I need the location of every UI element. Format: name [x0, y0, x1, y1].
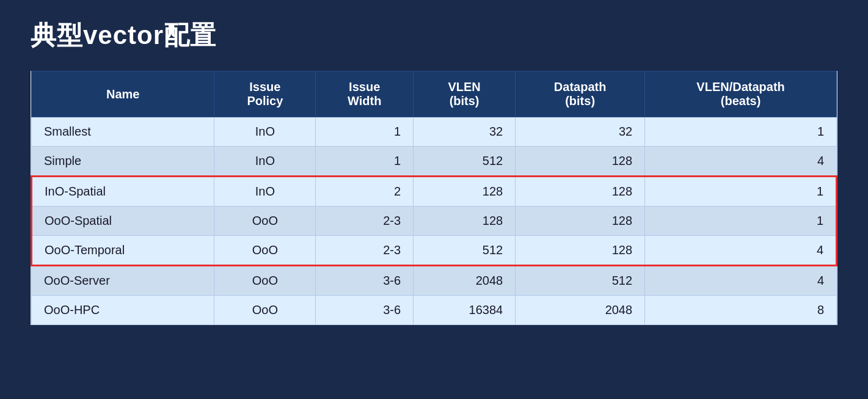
cell-datapath: 128 [516, 147, 645, 177]
cell-name: Simple [32, 147, 214, 177]
cell-vlen: 2048 [414, 266, 516, 296]
page-title: 典型vector配置 [31, 18, 837, 53]
cell-vlen: 16384 [414, 296, 516, 325]
cell-issue_policy: InO [214, 147, 316, 177]
cell-issue_width: 2-3 [316, 207, 414, 236]
cell-vlen: 512 [414, 236, 516, 266]
cell-vlen: 32 [414, 117, 516, 147]
col-header-name: Name [32, 71, 214, 117]
cell-name: OoO-Server [32, 266, 214, 296]
cell-issue_width: 2-3 [316, 236, 414, 266]
cell-issue_policy: OoO [214, 296, 316, 325]
cell-issue_width: 1 [316, 147, 414, 177]
cell-datapath: 128 [516, 177, 645, 207]
table-row: SmallestInO132321 [32, 117, 837, 147]
cell-datapath: 32 [516, 117, 645, 147]
col-header-vlen: VLEN(bits) [414, 71, 516, 117]
cell-datapath: 128 [516, 207, 645, 236]
table-header-row: Name IssuePolicy IssueWidth VLEN(bits) D… [32, 71, 837, 117]
cell-name: OoO-Spatial [32, 207, 214, 236]
col-header-datapath: Datapath(bits) [516, 71, 645, 117]
cell-vlen_datapath: 8 [645, 296, 837, 325]
cell-issue_policy: OoO [214, 266, 316, 296]
table-row: OoO-SpatialOoO2-31281281 [32, 207, 837, 236]
table-row: OoO-ServerOoO3-620485124 [32, 266, 837, 296]
cell-issue_policy: InO [214, 117, 316, 147]
table-row: InO-SpatialInO21281281 [32, 177, 837, 207]
cell-vlen_datapath: 1 [645, 207, 837, 236]
cell-vlen_datapath: 4 [645, 147, 837, 177]
cell-name: OoO-HPC [32, 296, 214, 325]
cell-vlen_datapath: 4 [645, 236, 837, 266]
table-row: OoO-TemporalOoO2-35121284 [32, 236, 837, 266]
data-table: Name IssuePolicy IssueWidth VLEN(bits) D… [31, 71, 837, 325]
cell-vlen_datapath: 4 [645, 266, 837, 296]
table-row: OoO-HPCOoO3-61638420488 [32, 296, 837, 325]
col-header-issue-policy: IssuePolicy [214, 71, 316, 117]
cell-name: OoO-Temporal [32, 236, 214, 266]
cell-vlen: 128 [414, 207, 516, 236]
col-header-issue-width: IssueWidth [316, 71, 414, 117]
cell-name: Smallest [32, 117, 214, 147]
cell-issue_width: 1 [316, 117, 414, 147]
cell-issue_width: 2 [316, 177, 414, 207]
cell-vlen_datapath: 1 [645, 117, 837, 147]
cell-vlen: 512 [414, 147, 516, 177]
cell-issue_policy: OoO [214, 236, 316, 266]
cell-vlen: 128 [414, 177, 516, 207]
cell-issue_policy: InO [214, 177, 316, 207]
cell-datapath: 512 [516, 266, 645, 296]
cell-issue_width: 3-6 [316, 266, 414, 296]
table-wrapper: Name IssuePolicy IssueWidth VLEN(bits) D… [31, 71, 837, 381]
cell-vlen_datapath: 1 [645, 177, 837, 207]
cell-issue_width: 3-6 [316, 296, 414, 325]
cell-issue_policy: OoO [214, 207, 316, 236]
cell-name: InO-Spatial [32, 177, 214, 207]
cell-datapath: 128 [516, 236, 645, 266]
cell-datapath: 2048 [516, 296, 645, 325]
table-row: SimpleInO15121284 [32, 147, 837, 177]
col-header-vlen-datapath: VLEN/Datapath(beats) [645, 71, 837, 117]
